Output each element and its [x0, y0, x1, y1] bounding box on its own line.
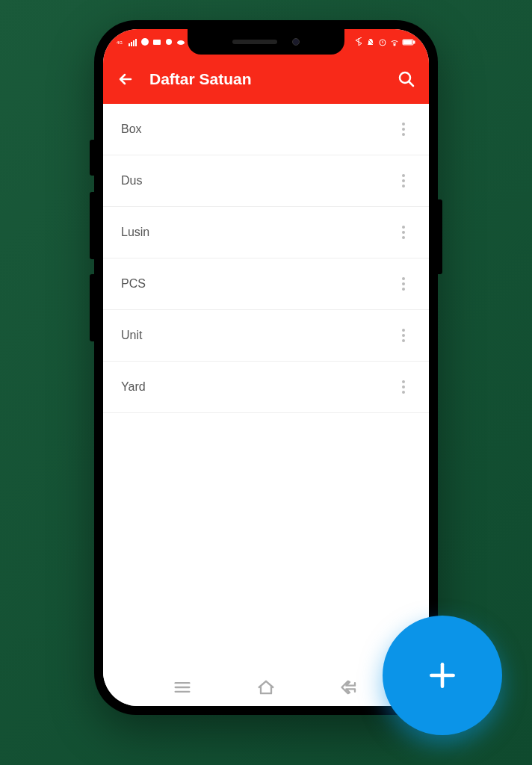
- cloud-icon: [176, 37, 185, 46]
- more-vertical-icon: [402, 329, 405, 332]
- silent-icon: [366, 37, 375, 46]
- svg-rect-4: [135, 39, 137, 46]
- svg-point-11: [394, 44, 395, 46]
- phone-speaker: [232, 40, 277, 44]
- svg-rect-1: [129, 43, 130, 46]
- add-fab[interactable]: [383, 616, 502, 735]
- recent-apps-button[interactable]: [172, 677, 193, 698]
- mail-icon: [152, 37, 161, 46]
- menu-icon: [172, 677, 193, 698]
- chat-icon: [140, 37, 149, 46]
- back-button[interactable]: [117, 70, 134, 88]
- phone-frame: 4G: [94, 20, 438, 715]
- search-icon: [398, 70, 415, 88]
- svg-point-5: [141, 38, 149, 46]
- battery-icon: [402, 37, 415, 46]
- home-button[interactable]: [256, 677, 276, 698]
- svg-rect-14: [403, 40, 412, 44]
- phone-side-button: [90, 274, 94, 341]
- notif-icon: [164, 37, 173, 46]
- svg-rect-3: [133, 40, 134, 46]
- svg-text:4G: 4G: [117, 40, 123, 45]
- more-button[interactable]: [396, 275, 411, 293]
- back-icon: [339, 677, 360, 698]
- more-vertical-icon: [402, 123, 405, 126]
- list-item-label: Lusin: [121, 226, 149, 239]
- svg-rect-2: [131, 42, 132, 46]
- more-button[interactable]: [396, 223, 411, 241]
- more-vertical-icon: [402, 226, 405, 229]
- list-item[interactable]: Unit: [103, 310, 429, 362]
- more-vertical-icon: [402, 277, 405, 280]
- app-bar: Daftar Satuan: [103, 55, 429, 104]
- list-item-label: Box: [121, 123, 142, 136]
- more-button[interactable]: [396, 172, 411, 190]
- more-button[interactable]: [396, 120, 411, 138]
- svg-point-8: [177, 40, 185, 45]
- list-item-label: Yard: [121, 380, 146, 394]
- arrow-left-icon: [117, 70, 134, 88]
- more-vertical-icon: [402, 174, 405, 177]
- list-item[interactable]: Dus: [103, 155, 429, 207]
- phone-camera: [292, 38, 300, 46]
- bluetooth-icon: [354, 37, 363, 46]
- list-item-label: PCS: [121, 277, 146, 291]
- list-item-label: Unit: [121, 329, 142, 342]
- list-item[interactable]: PCS: [103, 258, 429, 310]
- list-item-label: Dus: [121, 174, 142, 188]
- signal-bars-icon: [129, 37, 137, 46]
- unit-list: Box Dus Lusin: [103, 104, 429, 413]
- status-right: [354, 37, 415, 46]
- search-button[interactable]: [398, 70, 415, 88]
- home-icon: [256, 677, 276, 698]
- plus-icon: [426, 659, 459, 692]
- list-item[interactable]: Lusin: [103, 207, 429, 258]
- back-nav-button[interactable]: [339, 677, 360, 698]
- svg-rect-13: [413, 41, 415, 43]
- page-title: Daftar Satuan: [149, 70, 398, 88]
- list-item[interactable]: Box: [103, 104, 429, 155]
- more-button[interactable]: [396, 326, 411, 344]
- phone-power-button: [438, 199, 442, 274]
- status-left: 4G: [117, 37, 185, 46]
- more-vertical-icon: [402, 380, 405, 383]
- list-item[interactable]: Yard: [103, 362, 429, 413]
- phone-notch: [188, 29, 344, 55]
- wifi-icon: [390, 37, 399, 46]
- phone-screen: 4G: [103, 29, 429, 706]
- svg-point-7: [166, 39, 172, 45]
- android-nav-bar: [103, 669, 429, 706]
- svg-rect-6: [153, 40, 161, 45]
- signal-4g-icon: 4G: [117, 37, 126, 46]
- alarm-icon: [378, 37, 387, 46]
- more-button[interactable]: [396, 378, 411, 396]
